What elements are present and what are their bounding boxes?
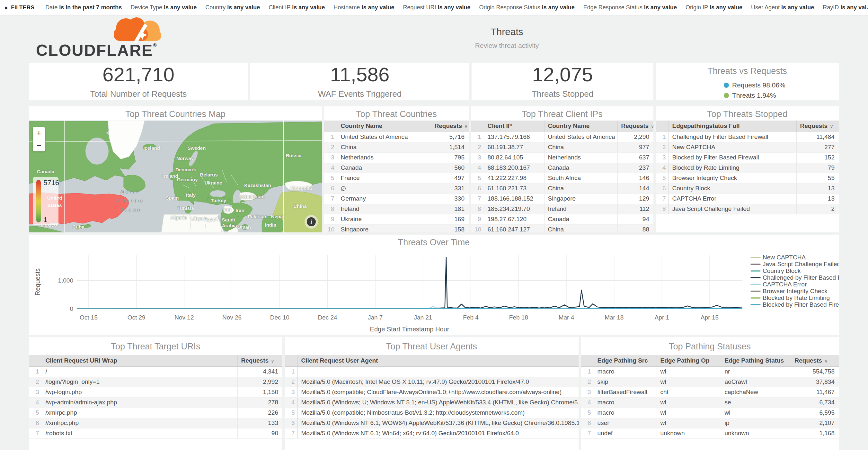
filter-item-rayid[interactable]: RayIDis any val… (823, 4, 868, 10)
column-header-edge-pathing-status[interactable]: Edge Pathing Status (721, 355, 791, 366)
world-map[interactable]: CanadaUnitedStatesMexicoCubaIcelandIrela… (29, 121, 322, 232)
table-row[interactable]: 7/robots.txt90 (29, 428, 282, 439)
table-row[interactable]: 1 (285, 366, 579, 377)
table-row[interactable]: 4Canada560 (324, 163, 469, 173)
table-row[interactable]: 2Mozilla/5.0 (Macintosh; Intel Mac OS X … (285, 377, 579, 387)
table-row[interactable]: 8Java Script Challenge Failed2 (656, 204, 839, 214)
cell: 331 (431, 183, 469, 193)
map-label-belarus: Belarus (200, 172, 217, 177)
cloudflare-cloud-icon (100, 16, 168, 43)
filter-item-hostname[interactable]: Hostnameis any value (334, 4, 394, 10)
table-row[interactable]: 5macrowlwl6,595 (581, 408, 839, 418)
filter-item-edge-response-status[interactable]: Edge Response Statusis any value (583, 4, 677, 10)
table-row[interactable]: 541.222.227.98South Africa146 (471, 173, 653, 183)
filter-item-origin-ip[interactable]: Origin IPis any value (685, 4, 742, 10)
column-header-edge-pathing-src[interactable]: Edge Pathing Src (594, 355, 657, 366)
table-row[interactable]: 3Blocked by Filter Based Firewall152 (656, 152, 839, 163)
table-row[interactable]: 4/wp-admin/admin-ajax.php278 (29, 397, 282, 408)
table-row[interactable]: 260.191.38.77China977 (471, 142, 653, 152)
table-row[interactable]: 6∅331 (324, 183, 469, 193)
table-row[interactable]: 468.183.200.167Canada237 (471, 163, 653, 173)
legend-item-blocked-by-filter-based-firewall[interactable]: Blocked by Filter Based Firewall (751, 301, 839, 308)
table-row[interactable]: 6userwlip2,107 (581, 418, 839, 428)
legend-item-requests[interactable]: Requests 98.06% (724, 81, 839, 89)
table-row[interactable]: 1137.175.79.166United States of America2… (471, 132, 653, 142)
table-row[interactable]: 3Netherlands795 (324, 152, 469, 163)
row-number: 4 (471, 163, 484, 173)
threats-over-time-chart[interactable]: Oct 15Oct 29Nov 12Nov 26Dec 10Dec 24Jan … (29, 249, 839, 335)
filter-item-client-ip[interactable]: Client IPis any value (269, 4, 325, 10)
table-row[interactable]: 661.160.221.73China144 (471, 183, 653, 193)
table-row[interactable]: 5Mozilla/5.0 (compatible; Nimbostratus-B… (285, 408, 579, 418)
column-header-requests[interactable]: Requests∨ (791, 355, 839, 366)
table-row[interactable]: 1/4,341 (29, 366, 282, 377)
legend-item-threats[interactable]: Threats 1.94% (724, 92, 839, 99)
table-row[interactable]: 7undefunknownunknown1,168 (581, 428, 839, 439)
table-row[interactable]: 7Germany330 (324, 193, 469, 204)
cell: macro (594, 397, 657, 408)
table-row[interactable]: 1United States of America5,716 (324, 132, 469, 142)
legend-item-browser-integrity-check[interactable]: Browser Integrity Check (751, 288, 828, 294)
legend-item-captcha-error[interactable]: CAPTCHA Error (751, 281, 807, 288)
table-row[interactable]: 7CAPTCHA Error13 (656, 193, 839, 204)
map-label-nepal: Nepal (271, 214, 284, 219)
table-row[interactable]: 3filterBasedFirewallchlcaptchaNew11,467 (581, 387, 839, 397)
legend-item-java-script-challenge-failed[interactable]: Java Script Challenge Failed (751, 261, 839, 267)
table-row[interactable]: 1Challenged by Filter Based Firewall11,4… (656, 132, 839, 142)
column-header-country-name[interactable]: Country Name (544, 121, 617, 132)
table-row[interactable]: 3Mozilla/5.0 (compatible; CloudFlare-Alw… (285, 387, 579, 397)
table-row[interactable]: 1061.160.247.127China88 (471, 224, 653, 232)
filter-item-country[interactable]: Countryis any value (205, 4, 260, 10)
table-row[interactable]: 2New CAPTCHA277 (656, 142, 839, 152)
table-row[interactable]: 4Mozilla/5.0 (Windows; U; Windows NT 5.1… (285, 397, 579, 408)
column-header-edgepathingstatus-full[interactable]: Edgepathingstatus Full (669, 121, 796, 132)
table-row[interactable]: 4macrowlse6,734 (581, 397, 839, 408)
table-row[interactable]: 2China1,514 (324, 142, 469, 152)
column-header-edge-pathing-op[interactable]: Edge Pathing Op (657, 355, 721, 366)
filters-toggle[interactable]: ▶ FILTERS (5, 4, 34, 11)
table-row[interactable]: 5France497 (324, 173, 469, 183)
filter-item-date[interactable]: Dateis in the past 7 months (45, 4, 122, 10)
table-row[interactable]: 4Blocked by Rate Limiting79 (656, 163, 839, 173)
filter-item-origin-response-status[interactable]: Origin Response Statusis any value (479, 4, 575, 10)
column-header-requests[interactable]: Requests∨ (796, 121, 839, 132)
column-header-client-request-uri-wrap[interactable]: Client Request URI Wrap (42, 355, 238, 366)
zoom-out-button[interactable]: − (33, 139, 45, 151)
table-row[interactable]: 1macrowlnr554,758 (581, 366, 839, 377)
legend-item-blocked-by-rate-limiting[interactable]: Blocked by Rate Limiting (751, 294, 830, 301)
filter-item-device-type[interactable]: Device Typeis any value (130, 4, 196, 10)
cell: 133 (238, 418, 282, 428)
column-header-requests[interactable]: Requests∨ (431, 121, 469, 132)
table-row[interactable]: 9198.27.67.120Canada94 (471, 214, 653, 224)
column-header-country-name[interactable]: Country Name (337, 121, 431, 132)
table-row[interactable]: 6Mozilla/5.0 (Windows NT 6.1; WOW64) App… (285, 418, 579, 428)
column-header-client-ip[interactable]: Client IP (484, 121, 544, 132)
map-info-button[interactable]: i (305, 215, 318, 229)
legend-item-challenged-by-filter-based-firewall[interactable]: Challenged by Filter Based Firewall (751, 274, 839, 281)
column-header-requests[interactable]: Requests∨ (617, 121, 653, 132)
legend-item-new-captcha[interactable]: New CAPTCHA (751, 254, 806, 261)
cell: 80.82.64.105 (484, 152, 544, 163)
table-row[interactable]: 8Ireland181 (324, 204, 469, 214)
legend-item-country-block[interactable]: Country Block (751, 267, 801, 274)
column-header-requests[interactable]: Requests∨ (238, 355, 282, 366)
table-row[interactable]: 8185.234.219.70Ireland112 (471, 204, 653, 214)
table-row[interactable]: 2/login/?login_only=12,992 (29, 377, 282, 387)
table-row[interactable]: 2skipwlaoCrawl37,834 (581, 377, 839, 387)
filter-item-request-uri[interactable]: Request URIis any value (403, 4, 470, 10)
cell: Netherlands (544, 152, 617, 163)
table-row[interactable]: 6Country Block13 (656, 183, 839, 193)
table-row[interactable]: 6//xmlrpc.php133 (29, 418, 282, 428)
table-row[interactable]: 5Browser Integrity Check55 (656, 173, 839, 183)
table-row[interactable]: 5/xmlrpc.php226 (29, 408, 282, 418)
table-row[interactable]: 380.82.64.105Netherlands637 (471, 152, 653, 163)
table-row[interactable]: 7188.166.188.152Singapore129 (471, 193, 653, 204)
table-row[interactable]: 10Singapore158 (324, 224, 469, 232)
table-row[interactable]: 7Mozilla/5.0 (Windows NT 6.1; Win64; x64… (285, 428, 579, 439)
zoom-in-button[interactable]: + (33, 127, 45, 139)
table-row[interactable]: 3/wp-login.php1,150 (29, 387, 282, 397)
column-header-client-request-user-agent[interactable]: Client Request User Agent (298, 355, 579, 366)
filter-item-user-agent[interactable]: User Agentis any value (751, 4, 814, 10)
tile-title: Top Threat Countries Map (29, 107, 322, 121)
table-row[interactable]: 9Ukraine169 (324, 214, 469, 224)
